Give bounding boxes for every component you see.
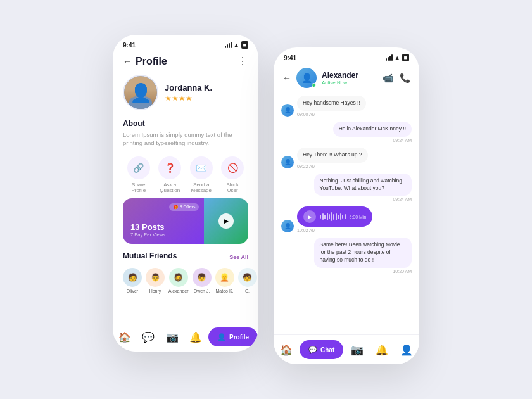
block-user-action[interactable]: 🚫 BlockUser [221, 156, 244, 193]
wifi-icon: ▲ [395, 54, 400, 61]
friend-avatar: 🧑 [123, 268, 142, 287]
friend-name: Oliver [127, 289, 138, 293]
friends-row: 🧑 Oliver 👨 Henry 🧔 Alexander 👦 Owen J. [123, 268, 248, 293]
chat-header: ← 👤 Alexander Active Now 📹 📞 [274, 64, 419, 93]
chat-name: Alexander [322, 71, 377, 80]
battery-icon: ■ [402, 54, 409, 61]
about-label: About [123, 119, 248, 128]
chat-nav-label: Chat [320, 346, 334, 353]
message-bubble: Hello Alexander McKinney !! [333, 122, 412, 137]
ask-question-action[interactable]: ❓ Ask aQuestion [158, 156, 181, 193]
signal-icon [386, 54, 393, 61]
sender-avatar: 👤 [281, 156, 294, 168]
nav-profile-active[interactable]: 👤 Profile [208, 327, 258, 346]
message-1: 👤 Hey handsome Hayes !! 09:00 AM [281, 96, 412, 117]
profile-info: Jordanna K. ★★★★ [165, 83, 248, 103]
friend-mateo[interactable]: 👱 Mateo K. [215, 268, 234, 293]
actions-row: 🔗 ShareProfile ❓ Ask aQuestion ✉️ Send a… [113, 153, 258, 198]
wifi-icon: ▲ [234, 42, 239, 48]
message-time: 10:20 AM [393, 269, 412, 274]
chat-status: Active Now [322, 80, 377, 86]
friend-oliver[interactable]: 🧑 Oliver [123, 268, 142, 293]
audio-waveform [320, 212, 346, 221]
offers-badge: 🎁 8 Offers [169, 203, 200, 211]
nav-notifications[interactable]: 🔔 [184, 327, 207, 346]
left-status-bar: 9:41 ▲ ■ [113, 35, 258, 51]
mutual-friends-header: Mutual Friends See All [123, 251, 248, 263]
message-time: 09:00 AM [297, 112, 366, 117]
nav-chat[interactable]: 💬 [137, 327, 160, 346]
message-4: Nothing. Just chilling and watching YouT… [281, 174, 412, 202]
back-button[interactable]: ← [123, 56, 132, 66]
block-icon: 🚫 [221, 156, 244, 179]
more-menu-button[interactable]: ⋮ [238, 55, 248, 67]
message-wrap: ▶ [297, 206, 372, 232]
message-bubble: Nothing. Just chilling and watching YouT… [314, 174, 412, 196]
friend-name: Alexander [168, 289, 189, 293]
friend-owen[interactable]: 👦 Owen J. [193, 268, 212, 293]
banner[interactable]: 🎁 8 Offers 13 Posts 7 Pay Per Views ▶ [123, 198, 248, 244]
chat-header-icons: 📹 📞 [383, 73, 410, 83]
avatar-wrapper [123, 75, 158, 110]
share-icon: 🔗 [127, 156, 150, 179]
message-time: 10:02 AM [297, 228, 372, 232]
message-3: 👤 Hey There !! What's up ? 09:22 AM [281, 148, 412, 168]
audio-duration: 5:00 Min [350, 215, 367, 219]
friend-avatar: 👨 [146, 268, 165, 287]
question-label: Ask aQuestion [160, 182, 180, 193]
friend-c[interactable]: 🧒 C. [238, 268, 257, 293]
friend-name: Mateo K. [216, 289, 234, 293]
message-wrap: Same here! Been watching Movie for the p… [314, 238, 412, 274]
play-button[interactable]: ▶ [218, 213, 234, 229]
message-wrap: Hello Alexander McKinney !! 09:24 AM [333, 122, 412, 142]
chat-nav-chat-active[interactable]: 💬 Chat [300, 340, 343, 359]
message-time: 09:24 AM [393, 197, 412, 201]
message-bubble: Hey handsome Hayes !! [297, 96, 366, 111]
see-all-button[interactable]: See All [229, 254, 248, 260]
signal-icon [225, 42, 232, 48]
chat-nav-camera[interactable]: 📷 [346, 340, 369, 359]
chat-messages: 👤 Hey handsome Hayes !! 09:00 AM Hello A… [274, 93, 419, 334]
chat-back-button[interactable]: ← [282, 73, 291, 83]
voice-call-icon[interactable]: 📞 [400, 73, 410, 83]
right-status-bar: 9:41 ▲ ■ [274, 48, 419, 64]
audio-message[interactable]: ▶ [297, 206, 372, 227]
send-message-action[interactable]: ✉️ Send aMessage [190, 156, 213, 193]
chat-bottom-nav: 🏠 💬 Chat 📷 🔔 👤 [274, 334, 419, 364]
video-call-icon[interactable]: 📹 [383, 73, 393, 83]
star-rating: ★★★★ [165, 94, 248, 103]
left-phone: 9:41 ▲ ■ ← Profile ⋮ [113, 35, 258, 352]
nav-home[interactable]: 🏠 [113, 327, 136, 346]
friend-henry[interactable]: 👨 Henry [146, 268, 165, 293]
banner-right[interactable]: ▶ [204, 198, 248, 244]
chat-header-info: Alexander Active Now [322, 71, 377, 86]
friend-name: Owen J. [194, 289, 210, 293]
share-profile-action[interactable]: 🔗 ShareProfile [127, 156, 150, 193]
banner-left: 🎁 8 Offers 13 Posts 7 Pay Per Views [123, 198, 204, 244]
message-label: Send aMessage [191, 182, 212, 193]
question-icon: ❓ [158, 156, 181, 179]
page-title: Profile [136, 56, 167, 67]
battery-icon: ■ [241, 41, 248, 49]
chat-nav-home[interactable]: 🏠 [275, 340, 298, 359]
posts-count: 13 Posts [130, 222, 196, 232]
friend-avatar: 🧒 [238, 268, 257, 287]
chat-nav-profile[interactable]: 👤 [395, 340, 418, 359]
friend-avatar: 👱 [215, 268, 234, 287]
mutual-friends-label: Mutual Friends [123, 251, 177, 260]
bottom-nav: 🏠 💬 📷 🔔 👤 Profile [113, 322, 258, 352]
friend-avatar: 👦 [193, 268, 212, 287]
chat-avatar: 👤 [296, 68, 317, 88]
chat-nav-notifications[interactable]: 🔔 [370, 340, 393, 359]
pay-per-views: 7 Pay Per Views [130, 232, 196, 238]
friend-name: C. [245, 289, 250, 293]
sender-avatar: 👤 [281, 104, 294, 117]
audio-play-button[interactable]: ▶ [303, 210, 316, 223]
nav-camera[interactable]: 📷 [161, 327, 184, 346]
message-icon: ✉️ [190, 156, 213, 179]
avatar [123, 75, 158, 110]
friend-alexander[interactable]: 🧔 Alexander [168, 268, 189, 293]
message-6: Same here! Been watching Movie for the p… [281, 238, 412, 274]
left-status-icons: ▲ ■ [225, 41, 248, 49]
sender-avatar: 👤 [281, 220, 294, 232]
